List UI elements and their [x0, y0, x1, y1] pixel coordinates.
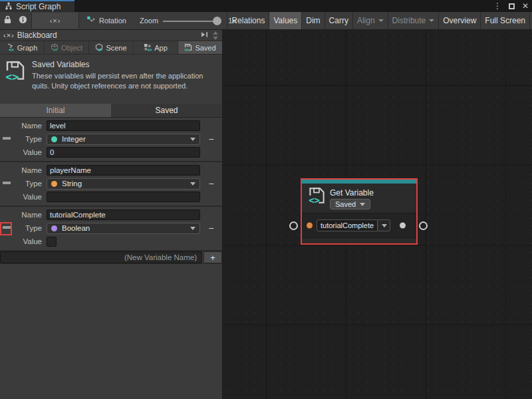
info-description: These variables will persist even after … [32, 71, 219, 91]
node-left-connection-port[interactable] [289, 221, 298, 230]
type-color-dot [51, 136, 57, 142]
variable-scope-tabs: <> Graph <> Object <> Scene <> App <> [0, 41, 222, 55]
svg-text:<>: <> [147, 47, 152, 51]
maximize-icon[interactable] [509, 3, 515, 9]
variable-row-level: Name Type Integer − Value [0, 118, 222, 162]
tab-object[interactable]: <> Object [45, 41, 89, 54]
lock-button[interactable] [0, 13, 15, 29]
tab-app[interactable]: <> App [134, 41, 178, 54]
info-button[interactable] [15, 13, 31, 29]
name-label: Name [0, 211, 47, 219]
close-icon[interactable]: ✕ [522, 2, 529, 10]
scene-tab-icon: <> [95, 43, 103, 53]
svg-text:<>: <> [185, 47, 190, 51]
type-color-dot [51, 225, 57, 231]
blackboard-panel: ‹×› Blackboard <> Graph <> Object [0, 30, 223, 399]
window-controls: ⋮ ✕ [493, 0, 529, 12]
type-dropdown[interactable]: Integer [47, 134, 200, 145]
remove-variable-button[interactable]: − [200, 134, 222, 144]
chevron-down-icon [190, 182, 196, 186]
zoom-label: Zoom [135, 13, 163, 29]
subtab-saved[interactable]: Saved [111, 104, 222, 117]
chevron-down-icon [429, 19, 434, 22]
initial-saved-subtabs: Initial Saved [0, 104, 222, 118]
variable-name-input[interactable] [47, 120, 200, 131]
dock-toggle-icon[interactable] [201, 31, 208, 40]
type-dropdown[interactable]: Boolean [47, 223, 200, 234]
chevron-down-icon [382, 224, 387, 227]
rotation-button[interactable]: Rotation [80, 13, 132, 29]
saved-variables-icon: <> [4, 60, 27, 104]
saved-variables-icon: <> [308, 186, 326, 208]
window-title: Script Graph [16, 2, 61, 11]
drag-handle-icon[interactable] [3, 137, 11, 140]
tab-graph[interactable]: <> Graph [0, 41, 45, 54]
object-tab-icon: <> [51, 43, 59, 53]
chevron-down-icon [378, 19, 384, 22]
chevron-down-icon [190, 227, 196, 230]
variable-value-input[interactable] [47, 192, 200, 202]
variables-icon: ‹×› [3, 31, 15, 39]
graph-canvas[interactable]: <> Get Variable Saved tutorialComplete [223, 30, 532, 399]
relations-button[interactable]: Relations [227, 12, 269, 29]
subtab-initial[interactable]: Initial [0, 104, 111, 117]
chevron-down-icon [190, 138, 196, 141]
variable-scope-dropdown[interactable]: Saved [330, 199, 370, 209]
carry-button[interactable]: Carry [325, 12, 352, 29]
full-screen-button[interactable]: Full Screen [480, 12, 530, 29]
rotation-icon [86, 16, 96, 26]
blackboard-title: Blackboard [17, 31, 57, 40]
overview-button[interactable]: Overview [438, 12, 480, 29]
tab-scene[interactable]: <> Scene [89, 41, 134, 54]
node-right-connection-port[interactable] [419, 221, 428, 230]
variable-value-input[interactable] [47, 147, 200, 158]
zoom-slider-handle[interactable] [213, 17, 221, 25]
name-label: Name [0, 122, 47, 130]
svg-text:<>: <> [53, 47, 58, 51]
remove-variable-button[interactable]: − [200, 223, 222, 233]
variables-toggle-button[interactable]: ‹×› [31, 13, 79, 29]
new-variable-row: + [0, 251, 222, 264]
svg-text:<>: <> [5, 70, 19, 81]
output-port[interactable] [400, 223, 406, 229]
remove-variable-button[interactable]: − [200, 179, 222, 188]
add-variable-button[interactable]: + [203, 251, 222, 263]
distribute-button[interactable]: Distribute [388, 12, 439, 29]
variable-name-dropdown[interactable]: tutorialComplete [317, 219, 390, 231]
values-button[interactable]: Values [269, 12, 301, 29]
rotation-label: Rotation [99, 17, 126, 25]
value-checkbox[interactable] [47, 237, 57, 247]
node-body: tutorialComplete [302, 213, 416, 238]
scroll-up-icon[interactable] [213, 31, 218, 35]
blackboard-header: ‹×› Blackboard [0, 30, 222, 41]
graph-tab-icon: <> [7, 43, 15, 53]
drag-handle-icon[interactable] [3, 182, 11, 184]
variable-name-input[interactable] [47, 209, 200, 220]
name-label: Name [0, 166, 47, 174]
script-graph-icon [5, 2, 13, 12]
get-variable-node[interactable]: <> Get Variable Saved tutorialComplete [301, 178, 418, 245]
svg-text:<>: <> [97, 47, 102, 51]
dim-button[interactable]: Dim [301, 12, 324, 29]
scroll-down-icon[interactable] [213, 37, 218, 40]
saved-tab-icon: <> [184, 43, 192, 53]
info-icon [19, 15, 27, 26]
tab-script-graph[interactable]: Script Graph [0, 0, 74, 12]
variable-name-input[interactable] [47, 165, 200, 176]
value-label: Value [0, 237, 47, 245]
kebab-menu-icon[interactable]: ⋮ [493, 2, 501, 10]
node-header[interactable]: <> Get Variable Saved [302, 184, 416, 213]
app-tab-icon: <> [144, 43, 152, 53]
variable-row-playerName: Name Type String − Value [0, 162, 222, 207]
node-title: Get Variable [330, 188, 374, 198]
tab-saved[interactable]: <> Saved [178, 41, 222, 54]
type-dropdown[interactable]: String [47, 178, 200, 190]
red-highlight-annotation [0, 222, 12, 235]
value-label: Value [0, 193, 47, 201]
variable-row-tutorialComplete: Name Type Boolean − Value [0, 207, 222, 251]
align-button[interactable]: Align [352, 12, 388, 29]
new-variable-name-input[interactable] [0, 251, 202, 263]
input-port[interactable] [307, 223, 313, 229]
zoom-slider-track[interactable] [163, 21, 218, 22]
panel-scroll-arrows[interactable] [211, 31, 220, 40]
